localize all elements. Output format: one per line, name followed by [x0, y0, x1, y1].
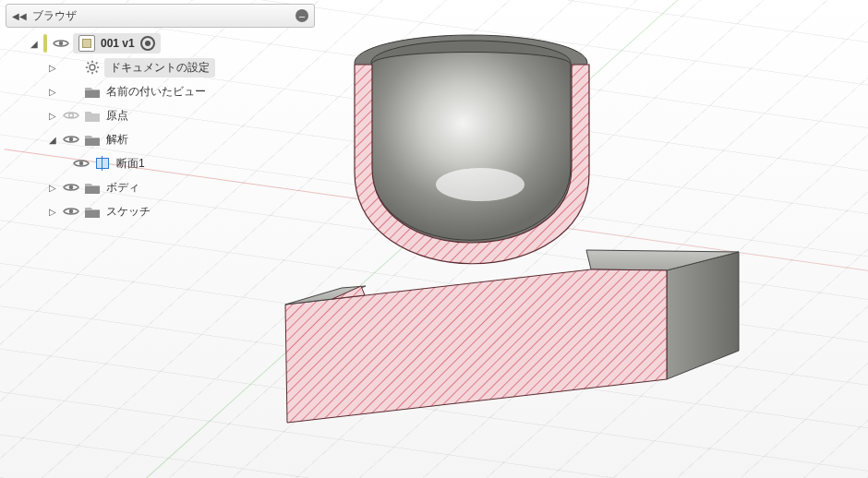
disclosure-icon[interactable]: ◢ — [46, 135, 59, 145]
tree-item-label: ボディ — [104, 179, 141, 197]
tree-item-label: 解析 — [104, 131, 130, 149]
disclosure-icon[interactable]: ▷ — [46, 111, 59, 121]
visibility-icon[interactable] — [72, 154, 90, 173]
visibility-icon[interactable] — [62, 178, 80, 197]
disclosure-icon[interactable]: ▷ — [46, 63, 59, 73]
disclosure-icon[interactable]: ▷ — [46, 207, 59, 217]
tree-item-label: 001 v1 — [101, 37, 135, 50]
visibility-icon[interactable] — [62, 202, 80, 221]
svg-point-19 — [69, 209, 74, 214]
svg-point-15 — [69, 114, 74, 118]
svg-point-5 — [59, 42, 64, 46]
tree-item-named-views[interactable]: ▷ 名前の付いたビュー — [6, 79, 315, 103]
spacer — [62, 82, 80, 101]
folder-icon — [83, 82, 102, 101]
browser-title: ブラウザ — [32, 8, 290, 24]
tree-item-label: スケッチ — [104, 203, 152, 221]
svg-line-14 — [96, 63, 98, 65]
tree-item-document-settings[interactable]: ▷ ドキュメントの設定 — [6, 55, 315, 79]
disclosure-icon[interactable]: ◢ — [28, 39, 41, 49]
browser-header[interactable]: ◀◀ ブラウザ – — [6, 4, 315, 28]
svg-point-18 — [69, 185, 74, 190]
svg-point-16 — [69, 137, 74, 142]
visibility-off-icon[interactable] — [62, 106, 80, 125]
tree-root[interactable]: ◢ 001 v1 — [6, 31, 315, 55]
tree-item-label: 原点 — [104, 107, 130, 125]
tree-item-label: 断面1 — [115, 155, 147, 173]
collapse-panel-icon[interactable]: ◀◀ — [12, 11, 27, 21]
browser-panel: ◀◀ ブラウザ – ◢ 001 v1 ▷ ドキュメントの設定 — [6, 4, 315, 227]
root-name-chip[interactable]: 001 v1 — [73, 33, 161, 54]
tree-item-label: ドキュメントの設定 — [104, 58, 215, 78]
tree-item-bodies[interactable]: ▷ ボディ — [6, 175, 315, 199]
svg-point-17 — [79, 161, 84, 166]
svg-line-13 — [88, 71, 90, 73]
disclosure-icon[interactable]: ▷ — [46, 87, 59, 97]
tree-item-label: 名前の付いたビュー — [104, 83, 208, 101]
tree-item-sketches[interactable]: ▷ スケッチ — [6, 199, 315, 223]
active-component-bar — [43, 34, 47, 53]
tree-item-analysis[interactable]: ◢ 解析 — [6, 127, 315, 151]
svg-point-6 — [90, 65, 95, 70]
tree-item-section1[interactable]: 断面1 — [6, 151, 315, 175]
visibility-icon[interactable] — [62, 130, 80, 149]
folder-icon — [83, 106, 102, 125]
svg-line-11 — [88, 63, 90, 65]
folder-icon — [83, 130, 102, 149]
svg-line-12 — [96, 71, 98, 73]
folder-icon — [83, 178, 102, 197]
disclosure-icon[interactable]: ▷ — [46, 183, 59, 193]
minimize-panel-icon[interactable]: – — [295, 9, 308, 22]
folder-icon — [83, 202, 102, 221]
component-icon — [78, 35, 95, 52]
section-analysis-icon — [93, 154, 112, 173]
visibility-icon[interactable] — [52, 34, 70, 53]
tree-item-origin[interactable]: ▷ 原点 — [6, 103, 315, 127]
svg-point-4 — [436, 168, 524, 201]
browser-tree: ◢ 001 v1 ▷ ドキュメントの設定 ▷ — [6, 28, 315, 227]
activate-radio-icon[interactable] — [140, 36, 155, 51]
gear-icon — [83, 58, 102, 77]
spacer — [62, 58, 80, 77]
